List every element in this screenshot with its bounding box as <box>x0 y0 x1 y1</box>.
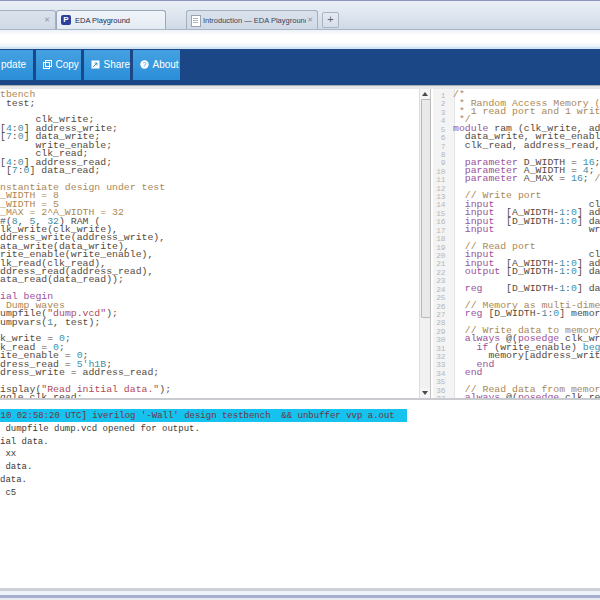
svg-text:?: ? <box>142 61 146 68</box>
